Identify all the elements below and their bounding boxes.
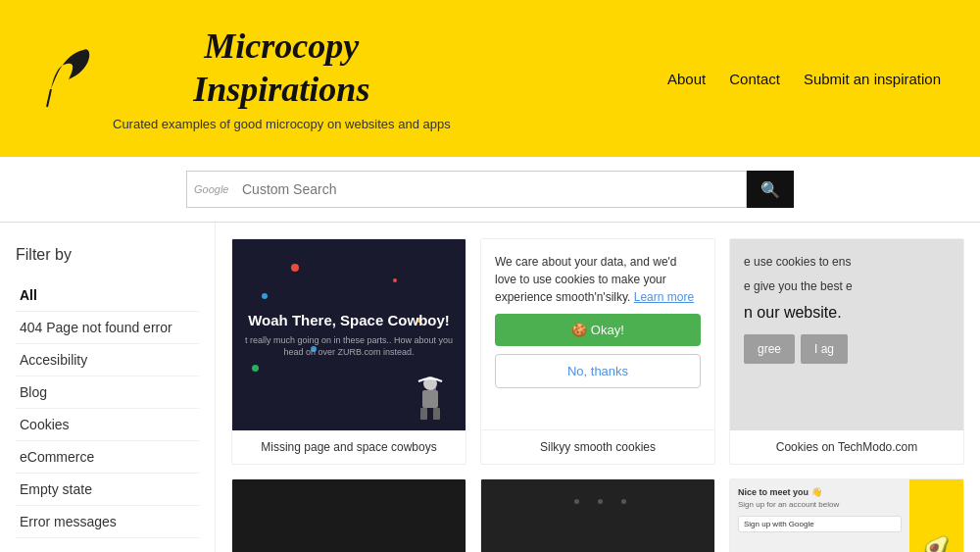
card-bottom-1	[231, 478, 466, 552]
main-layout: Filter by All 404 Page not found error A…	[0, 223, 980, 552]
dot-b3	[621, 499, 626, 504]
sidebar-item-empty-state[interactable]: Empty state	[16, 474, 199, 506]
no-thanks-button[interactable]: No, thanks	[495, 354, 701, 388]
card-silky-cookies: We care about your data, and we'd love t…	[480, 238, 715, 465]
sidebar-item-error-messages[interactable]: Error messages	[16, 506, 199, 538]
techmodo-text3: n our website.	[744, 302, 950, 324]
card-bottom-3-image: Nice to meet you 👋 Sign up for an accoun…	[730, 479, 963, 552]
search-section: Google 🔍	[0, 157, 980, 223]
site-tagline: Curated examples of good microcopy on we…	[113, 117, 451, 131]
dot-b2	[598, 499, 603, 504]
card-bottom-1-image	[232, 479, 466, 552]
nav-about[interactable]: About	[667, 71, 706, 87]
search-icon: 🔍	[760, 181, 780, 198]
sidebar-item-ecommerce[interactable]: eCommerce	[16, 441, 199, 474]
site-header: Microcopy Inspirations Curated examples …	[0, 0, 980, 157]
card-bottom-2-image	[481, 479, 714, 552]
nav-contact[interactable]: Contact	[729, 71, 780, 87]
site-title: Microcopy Inspirations Curated examples …	[113, 25, 451, 130]
bottom-cards-grid: Nice to meet you 👋 Sign up for an accoun…	[231, 478, 964, 552]
card-silky-cookies-title: Silkyy smooth cookies	[481, 430, 714, 464]
techmodo-iag-btn[interactable]: I ag	[801, 334, 848, 364]
sidebar-item-404[interactable]: 404 Page not found error	[16, 312, 199, 344]
svg-rect-2	[420, 408, 427, 420]
submit-inspiration-button[interactable]: Submit an inspiration	[804, 71, 941, 87]
sidebar: Filter by All 404 Page not found error A…	[0, 223, 216, 552]
search-input-wrap: Google	[186, 171, 747, 208]
card-space-cowboy-image: Woah There, Space Cowboy! t really much …	[232, 239, 466, 430]
site-name: Microcopy Inspirations	[113, 25, 451, 110]
card-bottom-2	[480, 478, 715, 552]
techmodo-text2: e give you the best e	[744, 277, 950, 296]
dot2	[262, 293, 268, 299]
card-bottom-3: Nice to meet you 👋 Sign up for an accoun…	[729, 478, 964, 552]
google-signup-btn[interactable]: Sign up with Google	[738, 516, 902, 532]
dot4	[252, 365, 259, 372]
techmodo-btns: gree I ag	[744, 334, 950, 364]
signup-sub: Sign up for an account below	[738, 500, 902, 509]
card-space-cowboy: Woah There, Space Cowboy! t really much …	[231, 238, 466, 465]
logo-icon	[39, 45, 93, 112]
cookies-text: We care about your data, and we'd love t…	[495, 253, 701, 306]
search-input[interactable]	[186, 171, 747, 208]
cards-grid: Woah There, Space Cowboy! t really much …	[231, 238, 964, 465]
avocado-icon: 🥑	[923, 535, 950, 552]
sidebar-item-all[interactable]: All	[16, 279, 199, 312]
header-left: Microcopy Inspirations Curated examples …	[39, 25, 451, 130]
nice-to-meet: Nice to meet you 👋	[738, 487, 902, 497]
card-space-cowboy-title: Missing page and space cowboys	[232, 430, 466, 464]
cowboy-character	[411, 374, 450, 423]
learn-more-link[interactable]: Learn more	[634, 290, 694, 304]
svg-rect-3	[433, 408, 440, 420]
dot1	[291, 264, 299, 272]
card-silky-cookies-image: We care about your data, and we'd love t…	[481, 239, 714, 430]
space-cowboy-headline: Woah There, Space Cowboy!	[234, 311, 464, 330]
header-nav: About Contact Submit an inspiration	[667, 71, 941, 87]
techmodo-text1: e use cookies to ens	[744, 253, 950, 272]
dot6	[393, 278, 397, 282]
dot-b1	[574, 499, 579, 504]
content-area: Woah There, Space Cowboy! t really much …	[216, 223, 980, 552]
space-cowboy-subtext: t really much going on in these parts.. …	[232, 330, 466, 359]
card-bottom-3-left: Nice to meet you 👋 Sign up for an accoun…	[730, 479, 909, 552]
search-wrapper: Google 🔍	[186, 171, 794, 208]
sidebar-item-blog[interactable]: Blog	[16, 376, 199, 409]
sidebar-item-accessibility[interactable]: Accesibility	[16, 344, 199, 376]
card-bottom-3-right: 🥑	[909, 479, 963, 552]
okay-button[interactable]: 🍪 Okay!	[495, 314, 701, 346]
sidebar-item-cookies[interactable]: Cookies	[16, 409, 199, 441]
svg-rect-1	[422, 390, 438, 408]
card-techmodo-title: Cookies on TechModo.com	[730, 430, 963, 464]
search-button[interactable]: 🔍	[747, 171, 794, 208]
card-techmodo: e use cookies to ens e give you the best…	[729, 238, 964, 465]
techmodo-agree-btn[interactable]: gree	[744, 334, 795, 364]
card-techmodo-image: e use cookies to ens e give you the best…	[730, 239, 963, 430]
filter-title: Filter by	[16, 246, 199, 264]
